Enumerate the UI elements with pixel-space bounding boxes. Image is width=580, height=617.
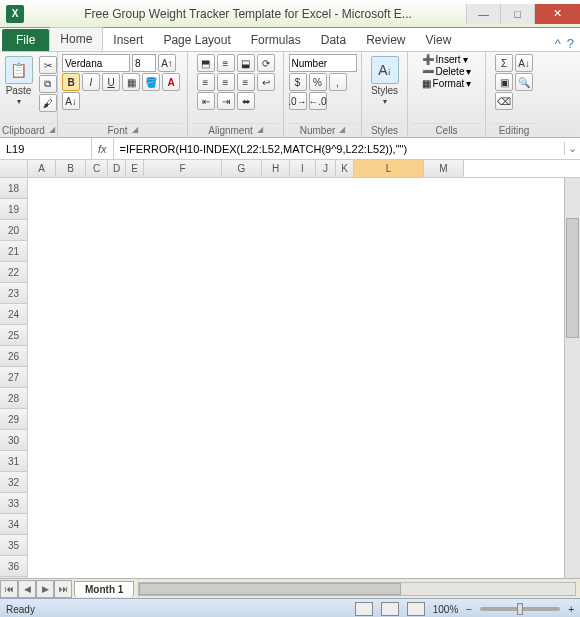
accounting-button[interactable]: $ [289,73,307,91]
comma-button[interactable]: , [329,73,347,91]
tab-file[interactable]: File [2,29,49,51]
number-format-select[interactable] [289,54,357,72]
orientation-button[interactable]: ⟳ [257,54,275,72]
ribbon-minimize-icon[interactable]: ^ [555,36,561,51]
fx-icon[interactable]: fx [92,138,114,159]
page-layout-view-button[interactable] [381,602,399,616]
row-header-28[interactable]: 28 [0,388,27,409]
row-header-34[interactable]: 34 [0,514,27,535]
row-header-19[interactable]: 19 [0,199,27,220]
sort-button[interactable]: A↓ [515,54,533,72]
maximize-button[interactable]: □ [500,4,534,24]
row-header-21[interactable]: 21 [0,241,27,262]
sheet-nav-last[interactable]: ⏭ [54,580,72,598]
row-header-20[interactable]: 20 [0,220,27,241]
row-header-27[interactable]: 27 [0,367,27,388]
decrease-decimal-button[interactable]: ←.0 [309,92,327,110]
copy-button[interactable]: ⧉ [39,75,57,93]
col-header-L[interactable]: L [354,160,424,177]
col-header-F[interactable]: F [144,160,222,177]
alignment-dialog-icon[interactable]: ◢ [257,125,263,136]
vertical-scroll-thumb[interactable] [566,218,579,338]
col-header-A[interactable]: A [28,160,56,177]
tab-view[interactable]: View [416,29,462,51]
zoom-slider[interactable] [480,607,560,611]
formula-input[interactable]: =IFERROR(H10-INDEX(L22:L52,MATCH(9^9,L22… [114,143,564,155]
zoom-thumb[interactable] [517,603,523,615]
row-header-33[interactable]: 33 [0,493,27,514]
align-bottom-button[interactable]: ⬓ [237,54,255,72]
italic-button[interactable]: I [82,73,100,91]
insert-cells-button[interactable]: ➕Insert ▾ [422,54,468,65]
col-header-C[interactable]: C [86,160,108,177]
row-header-25[interactable]: 25 [0,325,27,346]
font-name-input[interactable] [62,54,130,72]
bold-button[interactable]: B [62,73,80,91]
row-header-18[interactable]: 18 [0,178,27,199]
page-break-view-button[interactable] [407,602,425,616]
tab-page-layout[interactable]: Page Layout [153,29,240,51]
col-header-J[interactable]: J [316,160,336,177]
format-cells-button[interactable]: ▦Format ▾ [422,78,472,89]
merge-button[interactable]: ⬌ [237,92,255,110]
horizontal-scrollbar[interactable] [138,582,576,596]
align-top-button[interactable]: ⬒ [197,54,215,72]
row-header-22[interactable]: 22 [0,262,27,283]
col-header-I[interactable]: I [290,160,316,177]
delete-cells-button[interactable]: ➖Delete ▾ [422,66,472,77]
zoom-level[interactable]: 100% [433,604,459,615]
clipboard-dialog-icon[interactable]: ◢ [49,125,55,136]
number-dialog-icon[interactable]: ◢ [339,125,345,136]
tab-formulas[interactable]: Formulas [241,29,311,51]
clear-button[interactable]: ⌫ [495,92,513,110]
fill-button[interactable]: ▣ [495,73,513,91]
align-right-button[interactable]: ≡ [237,73,255,91]
font-color-button[interactable]: A [162,73,180,91]
vertical-scrollbar[interactable] [564,178,580,578]
fill-color-button[interactable]: 🪣 [142,73,160,91]
minimize-button[interactable]: — [466,4,500,24]
decrease-indent-button[interactable]: ⇤ [197,92,215,110]
border-button[interactable]: ▦ [122,73,140,91]
row-header-24[interactable]: 24 [0,304,27,325]
help-icon[interactable]: ? [567,36,574,51]
increase-indent-button[interactable]: ⇥ [217,92,235,110]
sheet-nav-next[interactable]: ▶ [36,580,54,598]
paste-button[interactable]: 📋 Paste ▾ [1,54,37,108]
tab-review[interactable]: Review [356,29,415,51]
increase-decimal-button[interactable]: .0→ [289,92,307,110]
tab-insert[interactable]: Insert [103,29,153,51]
wrap-text-button[interactable]: ↩ [257,73,275,91]
sheet-nav-first[interactable]: ⏮ [0,580,18,598]
row-header-35[interactable]: 35 [0,535,27,556]
expand-formula-bar-icon[interactable]: ⌄ [564,142,580,155]
tab-data[interactable]: Data [311,29,356,51]
underline-button[interactable]: U [102,73,120,91]
format-painter-button[interactable]: 🖌 [39,94,57,112]
row-header-31[interactable]: 31 [0,451,27,472]
close-button[interactable]: ✕ [534,4,580,24]
col-header-E[interactable]: E [126,160,144,177]
normal-view-button[interactable] [355,602,373,616]
zoom-in-button[interactable]: + [568,604,574,615]
sheet-tab-month-1[interactable]: Month 1 [74,581,134,597]
styles-button[interactable]: Aᵢ Styles ▾ [367,54,403,108]
percent-button[interactable]: % [309,73,327,91]
align-middle-button[interactable]: ≡ [217,54,235,72]
col-header-K[interactable]: K [336,160,354,177]
font-size-input[interactable] [132,54,156,72]
spreadsheet-grid[interactable]: 18192021222324252627282930313233343536 A… [0,160,580,578]
sheet-nav-prev[interactable]: ◀ [18,580,36,598]
col-header-B[interactable]: B [56,160,86,177]
col-header-M[interactable]: M [424,160,464,177]
tab-home[interactable]: Home [49,27,103,51]
zoom-out-button[interactable]: − [466,604,472,615]
cut-button[interactable]: ✂ [39,56,57,74]
font-dialog-icon[interactable]: ◢ [132,125,138,136]
col-header-D[interactable]: D [108,160,126,177]
row-header-26[interactable]: 26 [0,346,27,367]
align-center-button[interactable]: ≡ [217,73,235,91]
name-box[interactable]: L19 [0,138,92,159]
row-header-23[interactable]: 23 [0,283,27,304]
col-header-G[interactable]: G [222,160,262,177]
